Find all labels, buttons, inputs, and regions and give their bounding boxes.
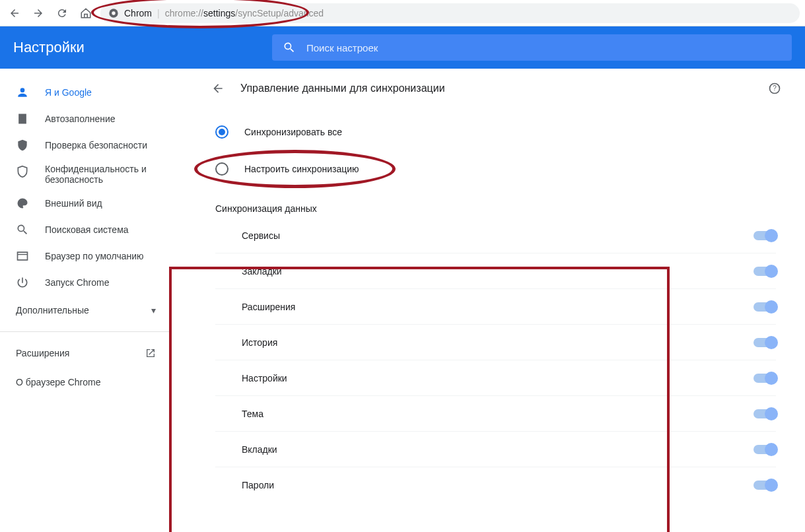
toggle-switch[interactable] xyxy=(753,231,776,240)
open-in-new-icon xyxy=(145,348,156,358)
sidebar-item-label: Проверка безопасности xyxy=(45,140,147,150)
radio-icon xyxy=(215,125,228,139)
address-bar[interactable]: Chrom | chrome://settings/syncSetup/adva… xyxy=(100,3,800,23)
window-icon xyxy=(16,249,29,263)
row-label: Расширения xyxy=(242,302,295,312)
sidebar-item-on-startup[interactable]: Запуск Chrome xyxy=(0,269,172,296)
reload-icon xyxy=(56,7,68,19)
sidebar-item-label: Браузер по умолчанию xyxy=(45,251,144,261)
settings-header: Настройки xyxy=(0,26,805,69)
toggle-switch[interactable] xyxy=(753,481,776,490)
forward-nav-button[interactable] xyxy=(29,4,48,22)
radio-label: Настроить синхронизацию xyxy=(244,164,359,174)
palette-icon xyxy=(16,197,29,210)
sidebar-item-label: Запуск Chrome xyxy=(45,277,109,288)
toggle-switch[interactable] xyxy=(753,302,776,312)
row-label: История xyxy=(242,337,277,348)
sidebar-link-label: О браузере Chrome xyxy=(16,377,101,387)
sidebar-item-label: Конфиденциальность и безопасность xyxy=(45,164,156,185)
sidebar-item-autofill[interactable]: Автозаполнение xyxy=(0,106,172,132)
radio-icon xyxy=(215,162,228,176)
chrome-icon xyxy=(108,8,119,18)
sidebar-item-label: Поисковая система xyxy=(45,224,129,235)
url-text: chrome://settings/syncSetup/advanced xyxy=(165,8,324,18)
sync-row-settings: Настройки xyxy=(215,360,776,396)
row-label: Настройки xyxy=(242,373,287,383)
help-icon[interactable]: ? xyxy=(768,82,781,95)
radio-sync-custom[interactable]: Настроить синхронизацию xyxy=(211,156,781,182)
settings-title: Настройки xyxy=(0,39,272,56)
chevron-down-icon: ▾ xyxy=(151,305,156,316)
page-back-button[interactable] xyxy=(211,82,225,95)
sidebar-item-label: Я и Google xyxy=(45,87,92,98)
svg-text:?: ? xyxy=(773,84,777,92)
browser-toolbar: Chrom | chrome://settings/syncSetup/adva… xyxy=(0,0,805,26)
sync-row-theme: Тема xyxy=(215,396,776,432)
sidebar-item-appearance[interactable]: Внешний вид xyxy=(0,190,172,216)
url-prefix: Chrom xyxy=(124,8,152,18)
sync-row-bookmarks: Закладки xyxy=(215,253,776,289)
radio-label: Синхронизировать все xyxy=(244,127,342,137)
clipboard-icon xyxy=(16,112,29,125)
toggle-switch[interactable] xyxy=(753,409,776,418)
reload-button[interactable] xyxy=(53,4,71,22)
sidebar-item-label: Автозаполнение xyxy=(45,114,116,124)
sync-row-tabs: Вкладки xyxy=(215,432,776,467)
sidebar-item-you-and-google[interactable]: Я и Google xyxy=(0,79,172,106)
sync-row-services: Сервисы xyxy=(215,218,776,253)
sidebar-extensions-link[interactable]: Расширения xyxy=(0,339,172,368)
back-nav-button[interactable] xyxy=(5,4,24,22)
page-title: Управление данными для синхронизации xyxy=(240,83,445,94)
sync-row-extensions: Расширения xyxy=(215,289,776,325)
sync-data-list: Сервисы Закладки Расширения История Наст… xyxy=(215,218,781,503)
sidebar: Я и Google Автозаполнение Проверка безоп… xyxy=(0,69,172,532)
power-icon xyxy=(16,276,29,289)
row-label: Сервисы xyxy=(242,230,280,241)
section-title: Синхронизация данных xyxy=(215,203,781,214)
row-label: Тема xyxy=(242,409,263,419)
sidebar-link-label: Расширения xyxy=(16,348,69,358)
home-icon xyxy=(80,7,92,19)
search-icon xyxy=(16,223,29,236)
search-box[interactable] xyxy=(272,34,792,61)
sidebar-advanced-label: Дополнительные xyxy=(16,305,89,316)
page-header: Управление данными для синхронизации ? xyxy=(211,82,781,95)
shield-icon xyxy=(16,165,29,178)
sync-row-history: История xyxy=(215,325,776,360)
shield-check-icon xyxy=(16,139,29,152)
sidebar-item-safety-check[interactable]: Проверка безопасности xyxy=(0,132,172,158)
sidebar-item-label: Внешний вид xyxy=(45,198,102,209)
row-label: Пароли xyxy=(242,480,274,490)
search-icon xyxy=(283,41,296,54)
toggle-switch[interactable] xyxy=(753,267,776,276)
toggle-switch[interactable] xyxy=(753,338,776,347)
arrow-right-icon xyxy=(32,7,44,19)
sidebar-advanced-toggle[interactable]: Дополнительные▾ xyxy=(0,296,172,325)
sidebar-item-search-engine[interactable]: Поисковая система xyxy=(0,216,172,243)
row-label: Закладки xyxy=(242,266,282,277)
toggle-switch[interactable] xyxy=(753,445,776,454)
toggle-switch[interactable] xyxy=(753,374,776,383)
main-content: Управление данными для синхронизации ? С… xyxy=(172,69,805,532)
sidebar-about-link[interactable]: О браузере Chrome xyxy=(0,368,172,397)
arrow-left-icon xyxy=(9,7,20,19)
person-icon xyxy=(16,86,29,99)
search-input[interactable] xyxy=(306,42,781,53)
sidebar-item-default-browser[interactable]: Браузер по умолчанию xyxy=(0,243,172,269)
home-button[interactable] xyxy=(77,4,95,22)
sidebar-separator xyxy=(0,331,172,332)
sidebar-item-privacy[interactable]: Конфиденциальность и безопасность xyxy=(0,158,172,190)
radio-sync-all[interactable]: Синхронизировать все xyxy=(211,119,781,145)
svg-point-1 xyxy=(112,11,115,15)
sync-row-passwords: Пароли xyxy=(215,467,776,503)
row-label: Вкладки xyxy=(242,444,277,455)
arrow-left-icon xyxy=(211,82,225,95)
